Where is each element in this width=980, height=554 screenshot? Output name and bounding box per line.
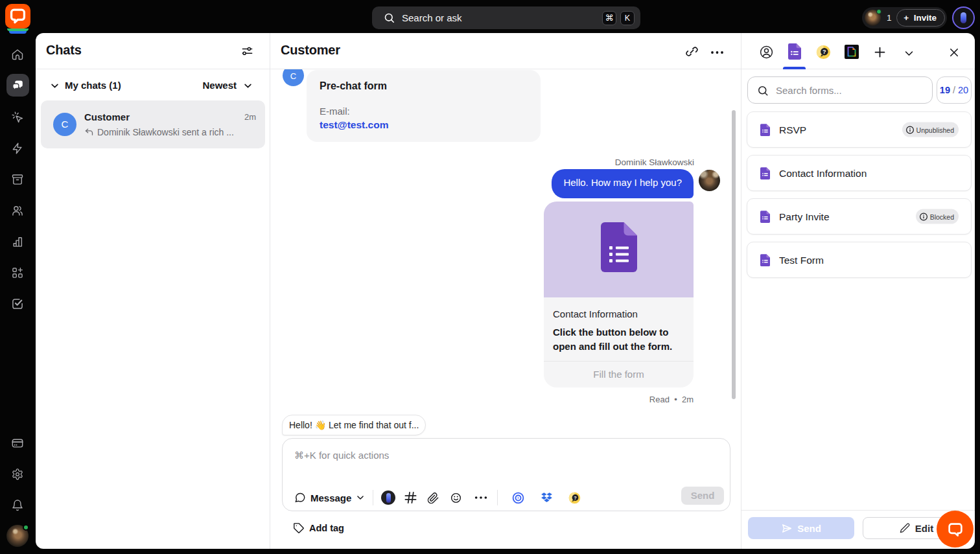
svg-text:?: ? <box>574 494 578 500</box>
svg-text:?: ? <box>822 49 826 55</box>
